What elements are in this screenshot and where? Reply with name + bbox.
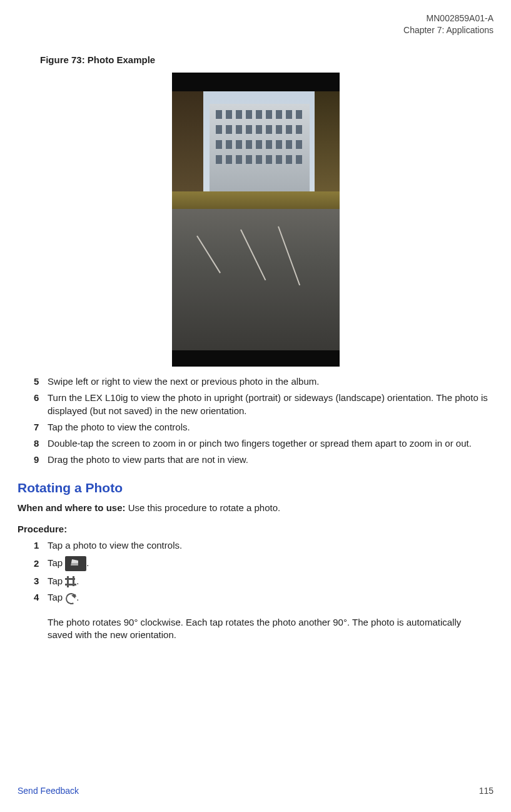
step-pre: Tap (48, 557, 65, 568)
step-item: 9 Drag the photo to view parts that are … (34, 454, 493, 466)
steps-list-b: 1 Tap a photo to view the controls. 2 Ta… (34, 539, 493, 604)
photo-example-screenshot (172, 73, 340, 367)
photo-tree-left (172, 91, 203, 191)
step-number: 3 (34, 575, 48, 587)
page-header: MN002859A01-A Chapter 7: Applications (18, 13, 493, 36)
step-text: Tap a photo to view the controls. (48, 539, 493, 552)
step-text: Double-tap the screen to zoom in or pinc… (48, 437, 493, 450)
photo-sky (172, 91, 340, 191)
page-footer: Send Feedback 115 (18, 785, 493, 797)
step-item: 2 Tap . (34, 556, 493, 571)
step-item: 6 Turn the LEX L10ig to view the photo i… (34, 392, 493, 417)
step-number: 9 (34, 454, 48, 466)
step-item: 3 Tap . (34, 575, 493, 587)
step-number: 5 (34, 375, 48, 388)
photo-ground (172, 191, 340, 350)
page-number: 115 (479, 785, 493, 797)
send-feedback-link[interactable]: Send Feedback (18, 785, 79, 797)
step-text: Swipe left or right to view the next or … (48, 375, 493, 388)
step-text: Drag the photo to view parts that are no… (48, 454, 493, 466)
step-text: Tap . (48, 556, 493, 571)
photo-building (210, 104, 310, 191)
section-heading: Rotating a Photo (18, 479, 493, 497)
step-item: 1 Tap a photo to view the controls. (34, 539, 493, 552)
step-number: 1 (34, 539, 48, 552)
step-item: 5 Swipe left or right to view the next o… (34, 375, 493, 388)
step-text: Tap the photo to view the controls. (48, 421, 493, 434)
edit-pencil-icon (65, 556, 86, 571)
step-item: 7 Tap the photo to view the controls. (34, 421, 493, 434)
rotate-icon (65, 592, 76, 604)
when-where: When and where to use: Use this procedur… (18, 502, 493, 514)
page: MN002859A01-A Chapter 7: Applications Fi… (0, 0, 511, 812)
step-number: 7 (34, 421, 48, 434)
phone-nav-bar (172, 350, 340, 367)
photo-grass (172, 191, 340, 209)
crop-icon (65, 576, 76, 587)
step-text: Tap . (48, 591, 493, 604)
step-text: Tap . (48, 575, 493, 587)
phone-status-bar (172, 73, 340, 91)
step-post: . (86, 557, 89, 568)
figure-caption: Figure 73: Photo Example (40, 54, 493, 66)
doc-id: MN002859A01-A (18, 13, 493, 24)
step-number: 6 (34, 392, 48, 417)
step-number: 2 (34, 557, 48, 570)
step-number: 8 (34, 437, 48, 450)
when-text: Use this procedure to rotate a photo. (126, 502, 281, 513)
chapter-label: Chapter 7: Applications (18, 24, 493, 36)
when-label: When and where to use: (18, 502, 126, 513)
step-item: 8 Double-tap the screen to zoom in or pi… (34, 437, 493, 450)
step-post: . (76, 576, 79, 586)
step-number: 4 (34, 591, 48, 604)
step-item: 4 Tap . (34, 591, 493, 604)
photo-tree-right (315, 91, 340, 191)
step-pre: Tap (48, 592, 65, 602)
rotate-note: The photo rotates 90° clockwise. Each ta… (48, 616, 485, 642)
step-pre: Tap (48, 576, 65, 586)
steps-list-a: 5 Swipe left or right to view the next o… (34, 375, 493, 467)
procedure-label: Procedure: (18, 523, 493, 535)
step-text: Turn the LEX L10ig to view the photo in … (48, 392, 493, 417)
